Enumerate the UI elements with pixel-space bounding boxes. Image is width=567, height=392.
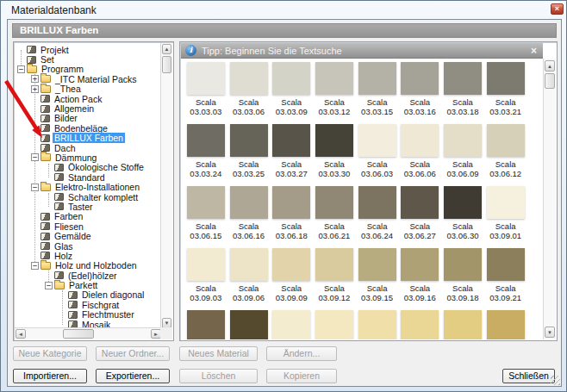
material-swatch[interactable]: Scala03.06.09 <box>441 124 484 186</box>
scroll-down-icon[interactable]: ▼ <box>545 327 555 338</box>
material-swatch[interactable] <box>441 310 484 339</box>
tree-vertical-scrollbar[interactable]: ▲ ▼ <box>160 43 172 329</box>
material-swatch[interactable]: Scala03.09.01 <box>484 186 527 248</box>
neues-material-button[interactable]: Neues Material <box>179 346 258 361</box>
scroll-thumb[interactable] <box>63 329 94 339</box>
material-swatch[interactable]: Scala03.03.03 <box>184 62 227 124</box>
material-swatch[interactable]: Scala03.09.09 <box>270 248 313 310</box>
material-swatch[interactable]: Scala03.03.27 <box>270 124 313 186</box>
resize-grip-icon[interactable] <box>551 376 560 385</box>
material-swatch[interactable]: Scala03.03.24 <box>184 124 227 186</box>
tree-item[interactable]: Glas <box>15 241 160 251</box>
material-swatch[interactable]: Scala03.06.18 <box>270 186 313 248</box>
importieren-button[interactable]: Importieren... <box>13 369 87 383</box>
tree-item[interactable]: Projekt <box>15 45 160 54</box>
material-swatch[interactable] <box>313 310 356 339</box>
schliessen-button[interactable]: Schließen <box>502 369 555 383</box>
tree-item[interactable]: Flechtmuster <box>15 310 160 320</box>
material-swatch[interactable]: Scala03.06.12 <box>484 124 527 186</box>
material-swatch[interactable] <box>184 310 227 339</box>
material-swatch[interactable]: Scala03.03.30 <box>313 124 356 186</box>
tree-item[interactable]: Dielen diagonal <box>15 290 160 300</box>
material-swatch[interactable]: Scala03.06.15 <box>184 186 227 248</box>
material-swatch[interactable] <box>398 310 441 339</box>
material-swatch[interactable]: Scala03.06.03 <box>356 124 399 186</box>
kopieren-button[interactable]: Kopieren <box>266 369 337 383</box>
tree-item[interactable]: −Programm <box>15 65 160 74</box>
scroll-up-icon[interactable]: ▲ <box>162 44 171 54</box>
material-swatch[interactable]: Scala03.03.16 <box>398 62 441 124</box>
tree-item[interactable]: Standard <box>15 172 160 182</box>
material-swatch[interactable]: Scala03.03.09 <box>270 62 313 124</box>
aendern-button[interactable]: Ändern... <box>266 346 337 361</box>
collapse-icon[interactable]: − <box>31 184 39 191</box>
tree-item[interactable]: +_Thea <box>15 84 160 94</box>
material-swatch[interactable]: Scala03.03.06 <box>227 62 271 124</box>
scroll-left-icon[interactable]: ◄ <box>16 329 26 339</box>
material-swatch[interactable] <box>356 310 399 339</box>
material-swatch[interactable]: Scala03.06.30 <box>441 186 484 248</box>
scroll-up-icon[interactable]: ▲ <box>545 60 555 72</box>
tree-item[interactable]: −Parkett <box>15 280 160 289</box>
material-swatch[interactable]: Scala03.09.03 <box>184 248 227 310</box>
tree-item-label: Elektro-Installationen <box>53 182 141 192</box>
tree-item[interactable]: Fischgrat <box>15 300 160 309</box>
tree-horizontal-scrollbar[interactable]: ◄ ► <box>15 327 162 339</box>
tip-close-icon[interactable]: × <box>531 45 537 57</box>
material-swatch[interactable]: Scala03.09.06 <box>227 248 271 310</box>
material-swatch[interactable] <box>484 310 527 339</box>
neuer-ordner-button[interactable]: Neuer Ordner... <box>96 346 170 361</box>
tree-item[interactable]: Schalter komplett <box>15 192 160 202</box>
tree-item[interactable]: Gemälde <box>15 231 160 240</box>
material-swatch[interactable]: Scala03.06.27 <box>398 186 441 248</box>
material-swatch[interactable]: Scala03.03.25 <box>227 124 271 186</box>
tree-item[interactable]: Bodenbeläge <box>15 123 160 133</box>
material-swatch[interactable]: Scala03.09.16 <box>398 248 441 310</box>
material-swatch[interactable]: Scala03.06.06 <box>398 124 441 186</box>
window-close-button[interactable]: × <box>551 3 564 15</box>
collapse-icon[interactable]: − <box>31 262 39 270</box>
tree-item[interactable]: Holz <box>15 251 160 260</box>
tree-item[interactable]: +_ITC Material Packs <box>15 74 160 84</box>
tree-item[interactable]: Bilder <box>15 114 160 123</box>
material-swatch[interactable]: Scala03.09.12 <box>313 248 356 310</box>
scroll-thumb[interactable] <box>162 56 171 73</box>
tree-item[interactable]: −Dämmung <box>15 152 160 162</box>
material-swatch[interactable]: Scala03.06.16 <box>227 186 271 248</box>
collapse-icon[interactable]: − <box>45 282 53 289</box>
collapse-icon[interactable]: − <box>17 65 25 73</box>
expand-icon[interactable]: + <box>31 85 39 93</box>
material-swatch[interactable] <box>227 310 271 339</box>
tree-item[interactable]: Allgemein <box>15 103 160 113</box>
material-swatch[interactable]: Scala03.06.24 <box>356 186 399 248</box>
exportieren-button[interactable]: Exportieren... <box>96 369 170 383</box>
tree-item[interactable]: Taster <box>15 202 160 211</box>
tree-item[interactable]: Farben <box>15 212 160 221</box>
expand-icon[interactable]: + <box>31 75 39 83</box>
material-swatch[interactable]: Scala03.09.15 <box>356 248 399 310</box>
tree-item[interactable]: Set <box>15 54 160 64</box>
material-swatch[interactable] <box>270 310 313 339</box>
tree-item[interactable]: Mosaik <box>15 320 160 327</box>
collapse-icon[interactable]: − <box>31 153 39 161</box>
tree-item[interactable]: −Holz und Holzboden <box>15 261 160 271</box>
scroll-thumb[interactable] <box>545 73 555 89</box>
material-swatch[interactable]: Scala03.06.21 <box>313 186 356 248</box>
neue-kategorie-button[interactable]: Neue Kategorie <box>13 346 87 361</box>
tree-item[interactable]: Action Pack <box>15 94 160 103</box>
material-swatch[interactable]: Scala03.03.12 <box>313 62 356 124</box>
material-swatch[interactable]: Scala03.09.21 <box>484 248 527 310</box>
material-swatch[interactable]: Scala03.03.21 <box>484 62 527 124</box>
material-swatch[interactable]: Scala03.03.18 <box>441 62 484 124</box>
material-list-scrollbar[interactable]: ▲ ▼ <box>543 59 556 339</box>
material-swatch[interactable]: Scala03.03.15 <box>356 62 399 124</box>
tree-item[interactable]: BRILLUX Farben <box>15 134 160 143</box>
tree-item[interactable]: Fliesen <box>15 221 160 231</box>
tree-item[interactable]: Ökologische Stoffe <box>15 163 160 172</box>
tree-item[interactable]: −Elektro-Installationen <box>15 182 160 191</box>
tree-item[interactable]: Dach <box>15 143 160 152</box>
loeschen-button[interactable]: Löschen <box>179 369 258 383</box>
tree-item[interactable]: (Edel)hölzer <box>15 271 160 280</box>
title-bar[interactable]: Materialdatenbank × <box>1 1 566 19</box>
material-swatch[interactable]: Scala03.09.18 <box>441 248 484 310</box>
